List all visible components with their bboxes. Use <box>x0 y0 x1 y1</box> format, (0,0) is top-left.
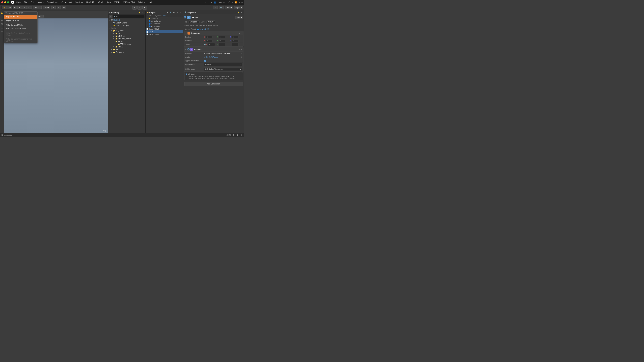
rotation-z-input[interactable] <box>232 39 238 42</box>
position-z-input[interactable] <box>232 36 238 38</box>
scale-z-input[interactable] <box>232 43 238 46</box>
hierarchy-lock-button[interactable]: 🔒 <box>138 11 141 14</box>
scale-icon[interactable]: ⇱ <box>0 22 4 26</box>
vrm-import-item[interactable]: Import VRM 0.x... <box>4 18 38 22</box>
animator-settings-icon[interactable]: ⚙ <box>238 49 240 50</box>
layers-dropdown[interactable]: Layers ▾ <box>225 6 233 9</box>
menubar-item-vrm0[interactable]: VRM0 <box>96 1 105 4</box>
transform-header[interactable]: ▼ T Transform ⚙ ⋮ <box>184 31 243 35</box>
cloud-button[interactable]: ☁ <box>213 6 218 9</box>
list-item[interactable]: ▶ 📁 Packages <box>108 51 145 53</box>
menubar-item-unigltf[interactable]: UniGLTF <box>85 1 96 4</box>
menubar-item-component[interactable]: Component <box>60 1 73 4</box>
tag-dropdown[interactable]: Untagged ▾ <box>188 20 200 23</box>
inspector-lock-button[interactable]: 🔒 <box>237 11 240 14</box>
scale-tool-button[interactable]: ⇱ <box>18 6 22 9</box>
menubar-item-window[interactable]: Window <box>137 1 147 4</box>
rect-tool-button[interactable]: ▭ <box>22 6 27 9</box>
list-item[interactable]: ▶ 📁 XR <box>108 48 145 51</box>
list-item[interactable]: ▼ ⭐ Favorites <box>146 17 183 19</box>
vrm-mesh-utility-item[interactable]: VRM 0.x MeshUtility <box>4 23 38 27</box>
project-search-button[interactable]: 🔍 <box>170 11 172 14</box>
transform-more-icon[interactable]: ⋮ <box>241 32 242 34</box>
hand-tool-button[interactable]: ✋ <box>2 6 7 9</box>
menubar-item-vrchat-sdk[interactable]: VRChat SDK <box>122 1 136 4</box>
list-item[interactable]: ▶ 📁 VRChat_mobile <box>108 37 145 40</box>
maximize-button[interactable] <box>7 1 9 3</box>
move-icon[interactable]: ✛ <box>0 15 4 18</box>
rotate-icon[interactable]: ↺ <box>0 19 4 22</box>
scale-x-input[interactable] <box>208 43 215 46</box>
status-info-button[interactable]: ℹ <box>236 134 239 136</box>
update-mode-select[interactable]: Normal <box>204 63 242 66</box>
list-item[interactable]: ▼ 📁 SV_JobW <box>108 29 145 32</box>
layout-dropdown[interactable]: Layout ▾ <box>234 6 243 9</box>
list-item[interactable]: ▼ 🎬 Untitled <box>108 19 145 21</box>
vrm-export-item[interactable]: Export VRM 0.x... <box>4 15 38 18</box>
menubar-item-vrm1[interactable]: VRM1 <box>113 1 121 4</box>
apply-root-motion-checkbox[interactable] <box>204 60 206 62</box>
scale-y-input[interactable] <box>219 43 226 46</box>
move-tool-button[interactable]: ⟺ <box>7 6 12 9</box>
breadcrumb-vrm[interactable]: VRM <box>162 15 166 16</box>
grid-button[interactable]: ⊞ <box>51 6 56 9</box>
close-button[interactable] <box>1 1 3 3</box>
list-item[interactable]: 📄 VRM0_temp <box>146 33 183 36</box>
project-more-button[interactable]: ⋮ <box>179 11 182 14</box>
position-x-input[interactable] <box>206 36 212 38</box>
custom-tool-button[interactable]: ⬡ <box>27 6 32 9</box>
culling-mode-select[interactable]: Cull Update Transforms <box>204 67 242 71</box>
list-item[interactable]: ▶ 📁 VRChat <box>108 35 145 37</box>
project-settings-button[interactable]: ⚙ <box>176 11 178 14</box>
hierarchy-more-button[interactable]: ⋮ <box>142 11 144 14</box>
animator-header[interactable]: ▼ A Animator ⚙ ⋮ <box>184 47 243 52</box>
snap-button[interactable]: ⊟ <box>62 6 66 9</box>
list-item[interactable]: 📷 Main Camera <box>108 21 145 24</box>
list-item[interactable]: ▶ 📁 VRM0_temp <box>108 43 145 45</box>
list-item[interactable]: 🔵 All Models <box>146 22 183 25</box>
inspector-more-button[interactable]: ⋮ <box>240 11 243 14</box>
list-item[interactable]: 📄 VRM0 <box>146 30 183 33</box>
list-item[interactable]: ▼ 📁 VRM0 <box>108 40 145 43</box>
view-button[interactable]: ≡ <box>57 6 61 9</box>
layer-dropdown[interactable]: Default ▾ <box>206 20 216 23</box>
status-warning-button[interactable]: ⚠ <box>240 134 243 136</box>
static-dropdown[interactable]: Static ▾ <box>235 16 243 19</box>
menubar-item-help[interactable]: Help <box>148 1 154 4</box>
list-item[interactable]: 💡 Directional Light <box>108 24 145 27</box>
list-item[interactable]: 🔵 All Materials <box>146 19 183 22</box>
hand-icon[interactable]: ✋ <box>0 11 4 15</box>
minimize-button[interactable] <box>4 1 6 3</box>
menubar-item-assets[interactable]: Assets <box>36 1 45 4</box>
pivot-dropdown[interactable]: Center ▾ <box>33 6 42 9</box>
list-item[interactable]: ▶ 📁 VRM1 <box>108 45 145 48</box>
animator-more-icon[interactable]: ⋮ <box>241 49 242 50</box>
pause-button[interactable]: ⏸ <box>137 6 142 9</box>
breadcrumb-sv-jobw[interactable]: SV_JobW <box>154 15 161 16</box>
search-button[interactable]: 🔍 <box>219 6 224 9</box>
local-dropdown[interactable]: Local ▾ <box>42 6 50 9</box>
scale-lock-icon[interactable]: 🔗 <box>204 43 206 45</box>
animator-enable-checkbox[interactable] <box>188 48 190 50</box>
avatar-link-button[interactable]: ⊙ <box>241 56 242 58</box>
rotation-y-input[interactable] <box>219 39 226 42</box>
menubar-item-file[interactable]: File <box>23 1 28 4</box>
vrm-freeze-tpose-item[interactable]: VRM 0.x Freeze T-Pose <box>4 27 38 30</box>
menubar-item-unity[interactable]: Unity <box>15 1 22 4</box>
menubar-item-services[interactable]: Services <box>74 1 84 4</box>
list-item[interactable]: 📄 Base_VRM0 <box>146 28 183 30</box>
rotate-tool-button[interactable]: ↺ <box>13 6 17 9</box>
controller-link-button[interactable]: ⊙ <box>241 52 242 54</box>
menubar-item-jobs[interactable]: Jobs <box>105 1 112 4</box>
project-refresh-button[interactable]: ↺ <box>172 11 175 14</box>
status-settings-button[interactable]: ⚙ <box>232 134 235 136</box>
rect-icon[interactable]: ▭ <box>0 26 4 29</box>
transform-settings-icon[interactable]: ⚙ <box>238 32 240 34</box>
object-enable-checkbox[interactable] <box>184 16 186 18</box>
rotation-x-input[interactable] <box>206 39 212 42</box>
list-item[interactable]: ▶ 📁 fbx <box>108 32 145 35</box>
hierarchy-add-button[interactable]: + <box>109 15 112 18</box>
play-button[interactable]: ▶ <box>132 6 137 9</box>
menubar-item-edit[interactable]: Edit <box>29 1 36 4</box>
menubar-item-gameobject[interactable]: GameObject <box>46 1 59 4</box>
